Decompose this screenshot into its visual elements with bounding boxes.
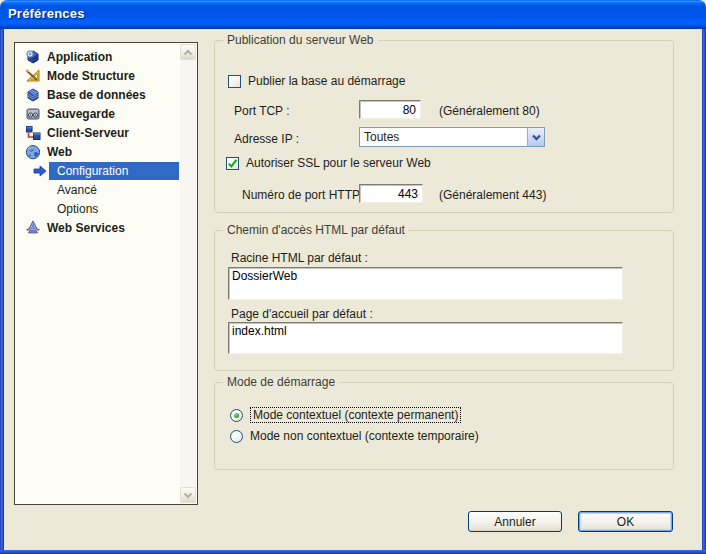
sidebar-item-label: Options bbox=[57, 202, 98, 216]
group-demarrage-title: Mode de démarrage bbox=[223, 375, 339, 389]
checkbox-checked-icon[interactable] bbox=[226, 157, 239, 170]
web-icon bbox=[24, 143, 41, 160]
cancel-button[interactable]: Annuler bbox=[468, 511, 562, 532]
group-publication-title: Publication du serveur Web bbox=[223, 33, 378, 47]
racine-html-label: Racine HTML par défaut : bbox=[231, 251, 368, 265]
sidebar-item-label: Sauvegarde bbox=[47, 107, 115, 121]
checkbox-unchecked-icon[interactable] bbox=[228, 75, 241, 88]
publish-checkbox[interactable]: Publier la base au démarrage bbox=[228, 74, 405, 88]
web-services-icon bbox=[24, 219, 41, 236]
sidebar-item-sauvegarde[interactable]: Sauvegarde bbox=[16, 104, 179, 123]
chevron-down-icon[interactable] bbox=[527, 128, 544, 146]
group-mode-demarrage: Mode de démarrage Mode contextuel (conte… bbox=[214, 382, 674, 470]
port-tcp-hint: (Généralement 80) bbox=[439, 104, 540, 118]
port-http-label: Numéro de port HTTP bbox=[242, 188, 360, 202]
ok-button[interactable]: OK bbox=[578, 511, 673, 532]
publish-checkbox-label: Publier la base au démarrage bbox=[248, 74, 405, 88]
racine-html-input[interactable]: DossierWeb bbox=[228, 267, 623, 300]
sidebar-item-mode-structure[interactable]: Mode Structure bbox=[16, 66, 179, 85]
preferences-dialog: Préférences Application Mode Structure bbox=[0, 0, 706, 554]
sidebar-item-label: Mode Structure bbox=[47, 69, 135, 83]
sidebar-item-options[interactable]: Options bbox=[16, 199, 179, 218]
sidebar-item-label: Web Services bbox=[47, 221, 125, 235]
sidebar-item-base-de-donnees[interactable]: Base de données bbox=[16, 85, 179, 104]
sidebar-item-web[interactable]: Web bbox=[16, 142, 179, 161]
window-frame-bottom bbox=[0, 550, 706, 554]
sidebar-item-label: Application bbox=[47, 50, 112, 64]
sidebar-item-avance[interactable]: Avancé bbox=[16, 180, 179, 199]
window-frame-right bbox=[702, 29, 706, 554]
radio-mode-non-contextuel[interactable]: Mode non contextuel (contexte temporaire… bbox=[230, 429, 479, 443]
arrow-right-icon bbox=[33, 164, 48, 178]
sidebar-item-label: Web bbox=[47, 145, 72, 159]
scroll-up-icon[interactable] bbox=[180, 44, 196, 60]
port-http-input[interactable] bbox=[359, 184, 423, 203]
sidebar-item-configuration[interactable]: Configuration bbox=[16, 161, 179, 180]
client-server-icon bbox=[24, 124, 41, 141]
ssl-checkbox-label: Autoriser SSL pour le serveur Web bbox=[246, 156, 431, 170]
title-bar[interactable]: Préférences bbox=[0, 0, 706, 29]
database-icon bbox=[24, 86, 41, 103]
sidebar-item-label: Configuration bbox=[49, 162, 179, 180]
preferences-tree: Application Mode Structure Base de donné… bbox=[14, 42, 198, 505]
radio-unselected-icon[interactable] bbox=[230, 430, 243, 443]
adresse-ip-select[interactable]: Toutes bbox=[359, 127, 545, 147]
radio-mode-contextuel[interactable]: Mode contextuel (contexte permanent) bbox=[230, 407, 461, 423]
sidebar-item-label: Base de données bbox=[47, 88, 146, 102]
window-frame-left bbox=[0, 29, 4, 554]
page-accueil-label: Page d'accueil par défaut : bbox=[231, 307, 373, 321]
group-chemin-title: Chemin d'accès HTML par défaut bbox=[223, 223, 409, 237]
adresse-ip-label: Adresse IP : bbox=[234, 132, 299, 146]
structure-icon bbox=[24, 67, 41, 84]
port-tcp-input[interactable] bbox=[359, 100, 421, 119]
sidebar-item-application[interactable]: Application bbox=[16, 47, 179, 66]
sidebar-item-label: Avancé bbox=[57, 183, 97, 197]
ssl-checkbox[interactable]: Autoriser SSL pour le serveur Web bbox=[226, 156, 431, 170]
radio-mode-non-contextuel-label: Mode non contextuel (contexte temporaire… bbox=[250, 429, 479, 443]
sidebar-item-label: Client-Serveur bbox=[47, 126, 129, 140]
application-icon bbox=[24, 48, 41, 65]
radio-selected-icon[interactable] bbox=[230, 409, 243, 422]
window-title: Préférences bbox=[8, 6, 85, 21]
port-tcp-label: Port TCP : bbox=[234, 104, 290, 118]
backup-icon bbox=[24, 105, 41, 122]
sidebar-item-web-services[interactable]: Web Services bbox=[16, 218, 179, 237]
port-http-hint: (Généralement 443) bbox=[439, 188, 546, 202]
tree-scrollbar[interactable] bbox=[180, 44, 196, 503]
group-chemin-html: Chemin d'accès HTML par défaut Racine HT… bbox=[214, 230, 674, 371]
adresse-ip-value: Toutes bbox=[360, 130, 527, 144]
group-publication: Publication du serveur Web Publier la ba… bbox=[214, 40, 674, 213]
scroll-down-icon[interactable] bbox=[180, 487, 196, 503]
sidebar-item-client-serveur[interactable]: Client-Serveur bbox=[16, 123, 179, 142]
radio-mode-contextuel-label: Mode contextuel (contexte permanent) bbox=[250, 407, 461, 423]
page-accueil-input[interactable]: index.html bbox=[228, 322, 623, 354]
